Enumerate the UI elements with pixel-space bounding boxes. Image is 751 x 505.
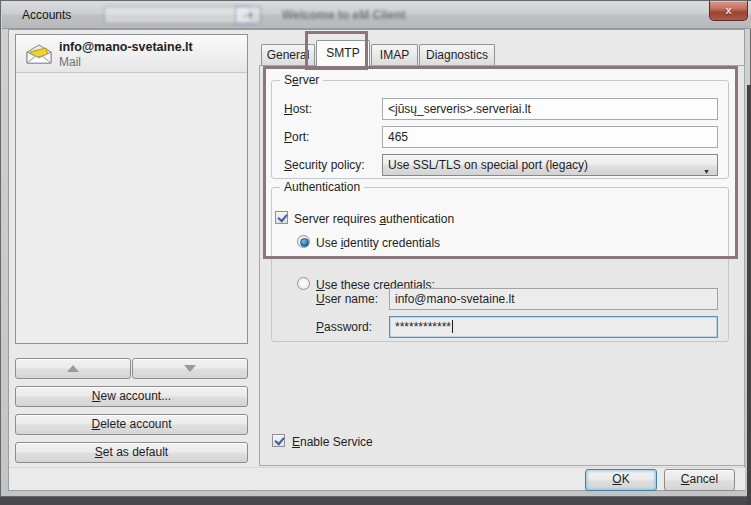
move-up-button[interactable] (15, 358, 131, 379)
background-window-title: Welcome to eM Client (282, 8, 406, 22)
tab-smtp[interactable]: SMTP (316, 40, 370, 66)
username-input[interactable]: info@mano-svetaine.lt (389, 288, 718, 310)
username-label: User name: (316, 292, 378, 306)
move-down-button[interactable] (132, 358, 248, 379)
server-requires-auth-label[interactable]: Server requires authentication (294, 212, 454, 226)
titlebar[interactable]: ⌕▾ Welcome to eM Client Accounts x (2, 1, 751, 29)
dialog-title: Accounts (22, 8, 71, 22)
up-arrow-icon (67, 365, 79, 372)
authentication-group-title: Authentication (280, 180, 364, 194)
use-these-credentials-radio[interactable] (297, 277, 310, 290)
background-search-icon: ⌕▾ (235, 6, 261, 24)
set-as-default-button[interactable]: Set as default (15, 442, 248, 463)
delete-account-button[interactable]: Delete account (15, 414, 248, 435)
port-input[interactable]: 465 (382, 126, 718, 148)
host-input[interactable]: <jūsų_serveris>.serveriai.lt (382, 98, 718, 120)
text-cursor (452, 320, 453, 333)
security-policy-label: Security policy: (284, 158, 365, 172)
accounts-dialog: ⌕▾ Welcome to eM Client Accounts x info@… (0, 0, 751, 497)
account-type: Mail (59, 55, 81, 69)
account-list[interactable]: info@mano-svetaine.lt Mail (15, 34, 248, 344)
mail-envelope-icon (26, 44, 52, 67)
background-search-box (104, 6, 250, 24)
background-window-edge (747, 85, 751, 505)
host-label: Host: (284, 102, 312, 116)
down-arrow-icon (184, 365, 196, 372)
chevron-down-icon: ▼ (703, 162, 710, 182)
security-policy-dropdown[interactable]: Use SSL/TLS on special port (legacy) ▼ (382, 154, 718, 176)
new-account-button[interactable]: New account... (15, 386, 248, 407)
password-value: ************ (395, 320, 451, 334)
server-requires-auth-checkbox[interactable] (275, 211, 288, 224)
username-value: info@mano-svetaine.lt (395, 292, 515, 306)
port-label: Port: (284, 130, 309, 144)
security-policy-value: Use SSL/TLS on special port (legacy) (388, 158, 588, 172)
password-input[interactable]: ************ (389, 316, 718, 338)
account-list-item[interactable]: info@mano-svetaine.lt Mail (16, 35, 247, 73)
tab-diagnostics[interactable]: Diagnostics (419, 44, 495, 65)
close-icon[interactable]: x (709, 1, 748, 21)
enable-service-checkbox[interactable] (272, 434, 285, 447)
ok-button[interactable]: OK (585, 469, 657, 491)
use-identity-credentials-label[interactable]: Use identity credentials (316, 236, 440, 250)
account-email: info@mano-svetaine.lt (59, 40, 193, 54)
tab-imap[interactable]: IMAP (371, 44, 418, 65)
use-identity-credentials-radio[interactable] (297, 235, 310, 248)
host-value: <jūsų_serveris>.serveriai.lt (388, 102, 531, 116)
tab-general[interactable]: General (261, 44, 315, 65)
enable-service-label[interactable]: Enable Service (292, 435, 373, 449)
server-group-title: Server (280, 73, 323, 87)
password-label: Password: (316, 320, 372, 334)
cancel-button[interactable]: Cancel (664, 469, 735, 491)
port-value: 465 (388, 130, 408, 144)
screenshot-root: ⌕▾ Welcome to eM Client Accounts x info@… (0, 0, 751, 505)
